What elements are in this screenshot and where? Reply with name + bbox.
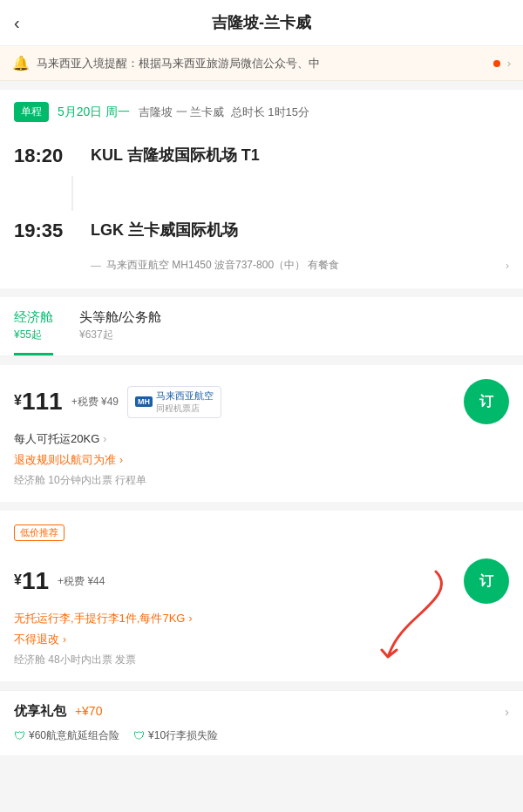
book-button-1[interactable]: 订 [464,379,509,424]
luggage-info-1[interactable]: 每人可托运20KG › [14,431,509,447]
trip-info-row: 单程 5月20日 周一 吉隆坡 一 兰卡威 总时长 1时15分 [14,102,509,122]
arrival-airport: LGK 兰卡威国际机场 [91,220,509,240]
ticket2-tax: +税费 ¥44 [58,574,105,589]
shield-icon-1: 🛡 [14,729,25,742]
notice-text: 马来西亚入境提醒：根据马来西亚旅游局微信公众号、中 [37,56,486,71]
back-button[interactable]: ‹ [14,13,20,33]
luggage-chevron-icon-1: › [103,433,106,445]
ticket-option-1: ¥111 +税费 ¥49 MH 马来西亚航空 同程机票店 订 每人可托运20KG… [0,365,523,502]
low-price-badge: 低价推荐 [14,524,65,541]
fare-tabs: 经济舱 ¥55起 头等舱/公务舱 ¥637起 [0,297,523,356]
trip-type-tag: 单程 [14,102,49,122]
trip-date: 5月20日 周一 [58,105,130,120]
price-display-2: ¥11 [14,567,49,595]
ticket1-price: 111 [22,388,63,415]
airline-badge-name-1: 马来西亚航空 同程机票店 [156,389,214,415]
page-title: 吉隆坡-兰卡威 [212,12,311,33]
shield-icon-2: 🛡 [133,729,145,742]
gift-header: 优享礼包 +¥70 › [14,703,509,720]
book-button-2[interactable]: 订 [464,558,509,604]
refund-policy-1[interactable]: 退改规则以航司为准 › [14,452,509,468]
price-row-2: ¥11 +税费 ¥44 订 [14,558,509,604]
tab-economy-price: ¥55起 [14,328,53,342]
tab-business-label: 头等舱/公务舱 [79,309,161,326]
gift-price: +¥70 [75,704,103,718]
tab-business[interactable]: 头等舱/公务舱 ¥637起 [79,309,161,355]
trip-route: 吉隆坡 一 兰卡威 总时长 1时15分 [139,105,309,120]
gift-package[interactable]: 优享礼包 +¥70 › 🛡 ¥60航意航延组合险 🛡 ¥10行李损失险 [0,690,523,755]
arrival-time: 19:35 [14,220,75,242]
notice-chevron-icon: › [507,57,511,70]
ticket1-tax: +税费 ¥49 [71,395,119,409]
tab-economy-label: 经济舱 [14,309,53,326]
price-left-2: ¥11 +税费 ¥44 [14,567,105,595]
airline-arrow-icon: — [91,260,101,272]
departure-airport: KUL 吉隆坡国际机场 T1 [91,145,509,166]
departure-time: 18:20 [14,145,75,167]
notice-banner[interactable]: 🔔 马来西亚入境提醒：根据马来西亚旅游局微信公众号、中 › [0,46,523,81]
airline-badge-1: MH 马来西亚航空 同程机票店 [127,386,221,418]
gift-item-1: 🛡 ¥60航意航延组合险 [14,728,119,743]
ticket-meta-1: 经济舱 10分钟内出票 行程单 [14,473,509,488]
route-divider [71,176,73,211]
price-row-1: ¥111 +税费 ¥49 MH 马来西亚航空 同程机票店 订 [14,379,509,424]
refund-chevron-icon-2: › [63,633,66,646]
header: ‹ 吉隆坡-兰卡威 [0,0,523,46]
notice-icon: 🔔 [12,55,30,71]
gift-item-2: 🛡 ¥10行李损失险 [133,728,218,743]
notice-dot [493,60,500,67]
price-display-1: ¥111 [14,388,63,416]
airline-chevron-icon: › [506,260,509,272]
price-left-1: ¥111 +税费 ¥49 MH 马来西亚航空 同程机票店 [14,386,221,418]
luggage-chevron-icon-2: › [188,612,192,625]
gift-items: 🛡 ¥60航意航延组合险 🛡 ¥10行李损失险 [14,728,509,743]
luggage-info-2[interactable]: 无托运行李,手提行李1件,每件7KG › [14,611,509,626]
gift-title: 优享礼包 +¥70 [14,703,102,720]
airline-info-row[interactable]: — 马来西亚航空 MH1450 波音737-800（中） 有餐食 › [14,251,509,276]
flight-card: 单程 5月20日 周一 吉隆坡 一 兰卡威 总时长 1时15分 18:20 KU… [0,90,523,288]
ticket-meta-2: 经济舱 48小时内出票 发票 [14,653,509,667]
tab-business-price: ¥637起 [79,328,161,342]
departure-row: 18:20 KUL 吉隆坡国际机场 T1 [14,136,509,176]
airline-details: 马来西亚航空 MH1450 波音737-800（中） 有餐食 [106,258,339,273]
ticket2-price: 11 [22,567,49,594]
tab-economy[interactable]: 经济舱 ¥55起 [14,309,53,355]
refund-policy-2[interactable]: 不得退改 › [14,632,509,647]
arrival-row: 19:35 LGK 兰卡威国际机场 [14,211,509,251]
refund-chevron-icon-1: › [119,454,123,466]
ticket-option-2: 低价推荐 ¥11 +税费 ¥44 订 无托运行李,手提行李1件,每件7KG › … [0,511,523,681]
flight-times: 18:20 KUL 吉隆坡国际机场 T1 19:35 LGK 兰卡威国际机场 [14,136,509,251]
airline-logo-1: MH [135,396,153,407]
gift-chevron-icon: › [505,705,509,719]
